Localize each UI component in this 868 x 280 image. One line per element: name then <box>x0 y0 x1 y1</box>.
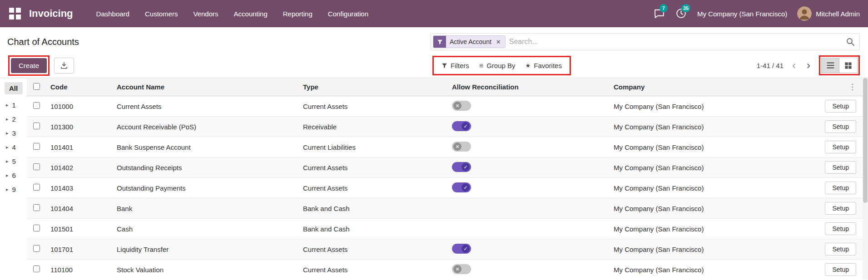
sidebar-group-item[interactable]: ▸ 2 <box>0 112 27 126</box>
annotation-box-search-options: Filters ≡ Group By ★ Favorites <box>432 56 571 75</box>
allow-reconciliation-toggle[interactable] <box>452 101 471 111</box>
table-row[interactable]: 101404 Bank Bank and Cash My Company (Sa… <box>27 198 863 219</box>
search-input[interactable] <box>509 38 842 46</box>
sidebar-group-label: 1 <box>12 101 16 109</box>
sidebar-group-item[interactable]: ▸ 5 <box>0 154 27 168</box>
facet-remove-icon[interactable]: ✕ <box>495 39 505 45</box>
navbar-menu-item[interactable]: Customers <box>137 0 186 27</box>
export-button[interactable] <box>54 58 74 74</box>
row-checkbox[interactable] <box>33 245 40 252</box>
row-checkbox[interactable] <box>33 143 40 150</box>
avatar-image <box>797 6 812 21</box>
sidebar-group-item[interactable]: ▸ 9 <box>0 182 27 196</box>
sidebar-group-item[interactable]: ▸ 4 <box>0 140 27 154</box>
group-by-button[interactable]: ≡ Group By <box>474 59 521 73</box>
setup-button[interactable]: Setup <box>825 222 856 235</box>
select-all-checkbox[interactable] <box>33 83 40 90</box>
navbar-menu-item[interactable]: Accounting <box>226 0 275 27</box>
group-by-label: Group By <box>486 62 515 69</box>
toggle-knob-icon <box>453 102 461 110</box>
allow-reconciliation-toggle[interactable] <box>452 244 471 254</box>
user-menu[interactable]: Mitchell Admin <box>797 6 860 21</box>
cell-account-name: Liquidity Transfer <box>112 239 298 260</box>
sidebar-item-all[interactable]: All <box>5 82 23 94</box>
table-row[interactable]: 101000 Current Assets Current Assets My … <box>27 96 863 117</box>
table-row[interactable]: 101403 Outstanding Payments Current Asse… <box>27 178 863 198</box>
cell-type: Current Assets <box>298 260 447 280</box>
allow-reconciliation-toggle[interactable] <box>452 162 471 172</box>
navbar-menu-item[interactable]: Configuration <box>320 0 376 27</box>
toggle-knob-icon <box>461 245 470 253</box>
filters-button[interactable]: Filters <box>436 59 474 73</box>
setup-button[interactable]: Setup <box>825 243 856 255</box>
cell-company: My Company (San Francisco) <box>609 96 816 117</box>
table-row[interactable]: 101701 Liquidity Transfer Current Assets… <box>27 239 863 260</box>
apps-menu-icon[interactable] <box>8 7 22 20</box>
sidebar-group-label: 2 <box>12 115 16 123</box>
sidebar-group-label: 3 <box>12 129 16 137</box>
toggle-knob-icon <box>453 265 461 273</box>
navbar-menu-item[interactable]: Reporting <box>275 0 320 27</box>
setup-button[interactable]: Setup <box>825 120 856 133</box>
row-checkbox[interactable] <box>33 204 40 211</box>
setup-button[interactable]: Setup <box>825 100 856 113</box>
column-header-account-name[interactable]: Account Name <box>112 78 298 96</box>
column-header-type[interactable]: Type <box>298 78 447 96</box>
cell-account-name: Bank Suspense Account <box>112 137 298 157</box>
pager-previous-icon[interactable]: ‹ <box>790 60 798 71</box>
cell-account-name: Bank <box>112 198 298 219</box>
table-row[interactable]: 101501 Cash Bank and Cash My Company (Sa… <box>27 219 863 239</box>
company-switcher[interactable]: My Company (San Francisco) <box>697 10 787 18</box>
scrollbar-thumb[interactable] <box>863 78 868 203</box>
table-row[interactable]: 101300 Account Receivable (PoS) Receivab… <box>27 117 863 137</box>
cell-company: My Company (San Francisco) <box>609 219 816 239</box>
row-checkbox[interactable] <box>33 123 40 129</box>
row-checkbox[interactable] <box>33 184 40 191</box>
row-checkbox[interactable] <box>33 265 40 272</box>
row-checkbox[interactable] <box>33 163 40 170</box>
list-view-button[interactable] <box>821 58 839 73</box>
table-row[interactable]: 110100 Stock Valuation Current Assets My… <box>27 260 863 280</box>
favorites-button[interactable]: ★ Favorites <box>521 59 567 73</box>
sidebar-group-item[interactable]: ▸ 6 <box>0 168 27 182</box>
user-name: Mitchell Admin <box>816 10 860 18</box>
table-area: Code Account Name Type Allow Reconciliat… <box>27 78 868 280</box>
activities-icon[interactable]: 35 <box>675 8 687 20</box>
setup-button[interactable]: Setup <box>825 202 856 215</box>
setup-button[interactable]: Setup <box>825 182 856 194</box>
navbar-menu-item[interactable]: Vendors <box>185 0 226 27</box>
messages-icon[interactable]: 7 <box>654 8 665 20</box>
sidebar-group-label: 5 <box>12 157 16 165</box>
setup-button[interactable]: Setup <box>825 263 856 276</box>
column-header-allow-reconciliation[interactable]: Allow Reconciliation <box>447 78 609 96</box>
column-header-company[interactable]: Company <box>609 78 816 96</box>
allow-reconciliation-toggle[interactable] <box>452 142 471 152</box>
search-bar[interactable]: Active Account ✕ <box>431 33 860 50</box>
sidebar-group-item[interactable]: ▸ 3 <box>0 126 27 140</box>
search-facet[interactable]: Active Account ✕ <box>433 35 506 48</box>
kanban-view-button[interactable] <box>839 58 858 73</box>
table-row[interactable]: 101402 Outstanding Receipts Current Asse… <box>27 157 863 178</box>
setup-button[interactable]: Setup <box>825 141 856 153</box>
column-header-code[interactable]: Code <box>46 78 112 96</box>
sidebar-group-item[interactable]: ▸ 1 <box>0 98 27 112</box>
allow-reconciliation-toggle[interactable] <box>452 182 471 192</box>
allow-reconciliation-toggle[interactable] <box>452 121 471 131</box>
annotation-box-view-switcher <box>819 55 860 75</box>
search-icon[interactable] <box>846 37 855 46</box>
table-row[interactable]: 101401 Bank Suspense Account Current Lia… <box>27 137 863 157</box>
caret-right-icon: ▸ <box>6 187 9 192</box>
app-name[interactable]: Invoicing <box>29 8 73 20</box>
sidebar-group-label: 9 <box>12 186 16 193</box>
row-checkbox[interactable] <box>33 102 40 109</box>
optional-columns-icon[interactable]: ⋮ <box>848 83 856 91</box>
navbar-menu-item[interactable]: Dashboard <box>89 0 137 27</box>
cell-account-name: Account Receivable (PoS) <box>112 117 298 137</box>
setup-button[interactable]: Setup <box>825 161 856 174</box>
pager-next-icon[interactable]: › <box>804 60 813 71</box>
page-title: Chart of Accounts <box>7 37 79 47</box>
cell-company: My Company (San Francisco) <box>609 260 816 280</box>
row-checkbox[interactable] <box>33 225 40 231</box>
create-button[interactable]: Create <box>11 58 47 73</box>
allow-reconciliation-toggle[interactable] <box>452 264 471 274</box>
